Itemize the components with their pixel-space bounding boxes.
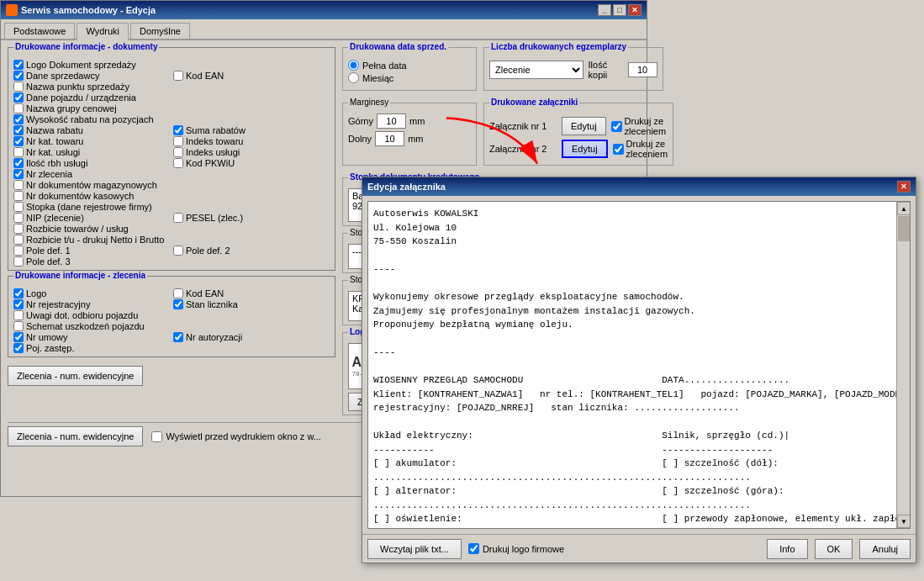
cancel-button[interactable]: Anuluj [859,539,911,559]
radio-miesiac: Miesiąc [348,72,471,83]
check-dane-sprzedawcy: Dane sprzedawcy [13,71,170,81]
print-logo-checkbox[interactable] [468,543,479,554]
check-dane-pojazdu: Dane pojazdu / urządzenia [13,92,170,103]
check-ilosc-rbh: Ilość rbh usługi [13,158,170,168]
check-kod-ean: Kod EAN [173,71,330,81]
print-attach1-checkbox[interactable] [611,121,622,132]
info-button[interactable]: Info [767,539,807,559]
dialog-content: Autoserwis KOWALSKI Ul. Kolejowa 10 75-5… [362,196,916,534]
print-date-section: Drukowana data sprzed. Pełna data Miesią… [342,47,477,91]
copies-label: Liczba drukowanych egzemplarzy [489,42,628,51]
dialog-bottom-bar: Wczytaj plik txt... Drukuj logo firmowe … [362,534,916,563]
margin-top-unit: mm [409,116,425,126]
radio-pelna-data: Pełna data [348,60,471,71]
check-logo-zlec: Logo [13,288,170,298]
main-window-title: Serwis samochodowy - Edycja [21,5,156,15]
check-nazwa-punktu: Nazwa punktu sprzedaży [13,82,170,92]
check-pole-def3: Pole def. 3 [13,256,170,267]
dialog-scrollbar[interactable]: ▲ ▼ [896,202,910,528]
print-info-docs-section: Drukowane informacje - dokumenty Logo Do… [8,47,335,271]
check-pesel: PESEL (zlec.) [173,213,330,223]
ewidencyjne-button[interactable]: Zlecenia - num. ewidencyjne [8,366,143,386]
print-logo-label: Drukuj logo firmowe [483,544,564,554]
check-nr-kat-towaru: Nr kat. towaru [13,136,170,146]
dialog-textarea-container: Autoserwis KOWALSKI Ul. Kolejowa 10 75-5… [367,201,911,529]
check-indeks-uslugi: Indeks usługi [173,147,330,157]
attach2-label: Załącznik nr 2 [489,144,557,154]
tab-domyslne[interactable]: Domyślne [130,23,190,39]
check-nr-kat-uslugi: Nr kat. usługi [13,147,170,157]
check-logo-dok: Logo Dokument sprzedaży [13,60,170,70]
check-nazwa-grupy: Nazwa grupy cenowej [13,103,170,114]
close-button[interactable]: ✕ [628,4,642,16]
display-before-print-checkbox[interactable] [151,431,162,442]
tabs-bar: Podstawowe Wydruki Domyślne [1,19,647,40]
load-file-button[interactable]: Wczytaj plik txt... [367,539,462,559]
check-stan-licznika: Stan licznika [173,299,330,309]
check-wysokosc-rabatu: Wysokość rabatu na pozycjach [13,114,170,124]
margins-label: Marginesy [348,98,390,107]
main-titlebar: Serwis samochodowy - Edycja _ □ ✕ [1,1,647,19]
check-nr-rej: Nr rejestracyjny [13,299,170,309]
check-nr-umowy: Nr umowy [13,332,170,342]
check-nip: NIP (zlecenie) [13,213,170,223]
print-info-docs-label: Drukowane informacje - dokumenty [13,42,159,51]
check-rozbicie-tow: Rozbicie towarów / usług [13,224,170,234]
attach1-label: Załącznik nr 1 [489,121,557,131]
margin-bottom-label: Dolny [348,134,372,144]
check-nr-dok-kas: Nr dokumentów kasowych [13,191,170,201]
dialog-title: Edycja załącznika [367,182,446,192]
dialog-textarea[interactable]: Autoserwis KOWALSKI Ul. Kolejowa 10 75-5… [368,202,896,528]
check-nr-autoryzacji: Nr autoryzacji [173,332,330,342]
print-attach2-checkbox[interactable] [613,144,624,155]
maximize-button[interactable]: □ [613,4,626,16]
copies-section: Liczba drukowanych egzemplarzy Zlecenie … [483,47,663,91]
attachments-label: Drukowane załączniki [489,98,579,107]
check-schemat: Schemat uszkodzeń pojazdu [13,321,330,331]
margin-bottom-unit: mm [408,134,423,144]
check-indeks-towaru: Indeks towaru [173,136,330,146]
attachments-section: Drukowane załączniki Załącznik nr 1 Edyt… [483,103,673,166]
check-suma-rabatow: Suma rabatów [173,125,330,135]
minimize-button[interactable]: _ [598,4,611,16]
print-info-zlecenia-label: Drukowane informacje - zlecenia [13,271,147,280]
check-nazwa-rabatu: Nazwa rabatu [13,125,170,135]
margin-top-input[interactable] [377,114,406,129]
margins-section: Marginesy Górny mm Dolny mm [342,103,477,166]
check-pole-def1: Pole def. 1 [13,246,170,256]
print-info-zlecenia-section: Drukowane informacje - zlecenia Logo Kod… [8,276,335,357]
tab-wydruki[interactable]: Wydruki [77,23,129,40]
app-icon [6,4,18,16]
print-attach2-label: Drukuj ze zleceniem [626,139,668,159]
margin-bottom-input[interactable] [375,131,404,146]
dialog-titlebar: Edycja załącznika ✕ [362,177,916,196]
check-poj-zastep: Poj. zastęp. [13,343,170,353]
print-attach1-label: Drukuj ze zleceniem [625,116,668,136]
ewidencyjne-bottom-button[interactable]: Zlecenia - num. ewidencyjne [8,426,143,446]
copies-dropdown[interactable]: Zlecenie Faktura Paragon [489,61,583,79]
print-date-label: Drukowana data sprzed. [348,42,448,51]
scroll-down-arrow[interactable]: ▼ [897,515,911,528]
checkbox-logo-dok[interactable] [13,60,24,70]
check-rozbicie-netto: Rozbicie t/u - drukuj Netto i Brutto [13,235,330,245]
edit-attach1-button[interactable]: Edytuj [562,117,606,135]
edit-attach2-button[interactable]: Edytuj [562,140,608,158]
check-stopka-dane-rej: Stopka (dane rejestrowe firmy) [13,202,170,212]
scroll-thumb[interactable] [898,216,910,241]
ok-button[interactable]: OK [815,539,853,559]
scroll-up-arrow[interactable]: ▲ [897,202,911,215]
display-before-print-label: Wyświetl przed wydrukiem okno z w... [166,431,321,441]
check-pole-def2: Pole def. 2 [173,246,330,256]
check-nr-dok-mag: Nr dokumentów magazynowych [13,180,170,190]
check-kod-pkwiu: Kod PKWiU [173,158,330,168]
check-uwagi: Uwagi dot. odbioru pojazdu [13,310,330,320]
copies-input[interactable] [628,62,657,77]
dialog-edycja-zalacznika: Edycja załącznika ✕ Autoserwis KOWALSKI … [362,177,916,563]
copies-count-label: Ilość kopii [589,60,623,80]
margin-top-label: Górny [348,116,373,126]
check-kod-ean-zlec: Kod EAN [173,288,330,298]
check-nr-zlecenia: Nr zlecenia [13,169,170,179]
tab-podstawowe[interactable]: Podstawowe [4,23,75,39]
dialog-close-button[interactable]: ✕ [897,181,911,193]
